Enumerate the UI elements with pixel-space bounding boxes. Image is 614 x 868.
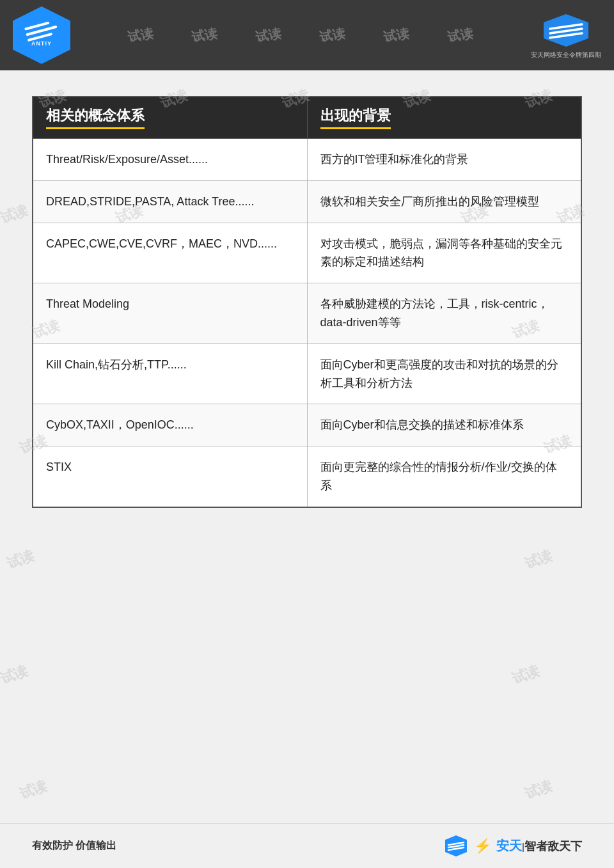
watermark: 试读 [0,661,31,688]
table-row: Kill Chain,钻石分析,TTP......面向Cyber和更高强度的攻击… [33,343,581,404]
table-row: Threat/Risk/Exposure/Asset......西方的IT管理和… [33,139,581,181]
footer-left-text: 有效防护 价值输出 [32,839,116,853]
footer-right: ⚡ 安天|智者敌天下 [443,835,582,857]
col2-header-text: 出现的背景 [320,106,391,129]
header-wm-1: 试读 [127,27,155,44]
logo-text: ANTIY [31,40,52,47]
header-logo-img [540,11,592,49]
table-cell-left: CybOX,TAXII，OpenIOC...... [33,404,307,446]
table-cell-right: 对攻击模式，脆弱点，漏洞等各种基础的安全元素的标定和描述结构 [307,223,581,283]
footer: 有效防护 价值输出 ⚡ 安天|智者敌天下 [0,823,614,868]
table-cell-left: STIX [33,446,307,507]
main-content: 相关的概念体系 出现的背景 Threat/Risk/Exposure/Asset… [0,70,614,533]
watermark: 试读 [4,546,37,573]
header-right: 安天网络安全令牌第四期 [531,11,601,59]
header-wm-2: 试读 [191,27,219,44]
watermark: 试读 [522,776,555,803]
antiy-svg-logo [540,13,592,48]
table-row: CAPEC,CWE,CVE,CVRF，MAEC，NVD......对攻击模式，脆… [33,223,581,283]
header-watermarks: 试读 试读 试读 试读 试读 试读 [70,27,531,44]
header-wm-5: 试读 [382,27,411,44]
col1-header-text: 相关的概念体系 [46,106,145,129]
table-cell-right: 各种威胁建模的方法论，工具，risk-centric，data-driven等等 [307,283,581,344]
table-cell-left: Kill Chain,钻石分析,TTP...... [33,343,307,404]
footer-brand-text: 安天|智者敌天下 [496,837,582,855]
watermark: 试读 [522,546,555,573]
table-row: STIX面向更完整的综合性的情报分析/作业/交换的体系 [33,446,581,507]
logo-lines [24,20,59,42]
header-bar: ANTIY 试读 试读 试读 试读 试读 试读 安天网络安全令牌第四期 [0,0,614,70]
col1-header: 相关的概念体系 [33,97,307,139]
watermark: 试读 [509,661,542,688]
table-cell-left: CAPEC,CWE,CVE,CVRF，MAEC，NVD...... [33,223,307,283]
table-cell-left: Threat Modeling [33,283,307,344]
table-row: DREAD,STRIDE,PASTA, Attack Tree......微软和… [33,180,581,223]
table-cell-right: 面向Cyber和更高强度的攻击和对抗的场景的分析工具和分析方法 [307,343,581,404]
header-wm-4: 试读 [319,27,347,44]
col2-header: 出现的背景 [307,97,581,139]
table-cell-right: 面向Cyber和信息交换的描述和标准体系 [307,404,581,446]
footer-antiy-icon [443,835,469,857]
header-wm-3: 试读 [255,27,283,44]
data-table: 相关的概念体系 出现的背景 Threat/Risk/Exposure/Asset… [32,96,582,508]
table-cell-right: 微软和相关安全厂商所推出的风险管理模型 [307,180,581,223]
table-cell-right: 面向更完整的综合性的情报分析/作业/交换的体系 [307,446,581,507]
table-cell-left: Threat/Risk/Exposure/Asset...... [33,139,307,181]
table-row: CybOX,TAXII，OpenIOC......面向Cyber和信息交换的描述… [33,404,581,446]
antiy-logo-box: ANTIY [13,6,70,64]
table-cell-right: 西方的IT管理和标准化的背景 [307,139,581,181]
table-row: Threat Modeling各种威胁建模的方法论，工具，risk-centri… [33,283,581,344]
watermark: 试读 [17,776,50,803]
table-cell-left: DREAD,STRIDE,PASTA, Attack Tree...... [33,180,307,223]
footer-logo-text: ⚡ [474,838,491,855]
header-subtitle: 安天网络安全令牌第四期 [531,51,601,59]
header-wm-6: 试读 [446,27,475,44]
